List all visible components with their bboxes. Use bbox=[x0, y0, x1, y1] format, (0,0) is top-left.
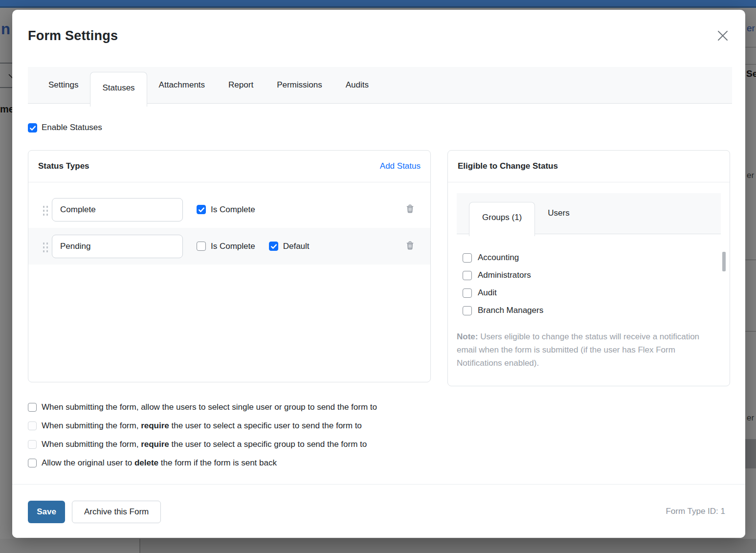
option-label: When submitting the form, require the us… bbox=[42, 440, 367, 449]
eligible-header: Eligible to Change Status bbox=[448, 151, 730, 182]
group-checkbox[interactable] bbox=[463, 306, 472, 315]
group-list-scrollbar[interactable] bbox=[722, 252, 726, 271]
modal-footer: Save Archive this Form Form Type ID: 1 bbox=[12, 484, 745, 538]
group-checkbox[interactable] bbox=[463, 288, 472, 298]
group-checkbox[interactable] bbox=[463, 271, 472, 280]
is-complete-checkbox[interactable] bbox=[197, 242, 206, 251]
group-item[interactable]: Audit bbox=[463, 284, 721, 302]
status-types-panel: Status Types Add Status Is Complete bbox=[28, 150, 431, 382]
tab-attachments[interactable]: Attachments bbox=[147, 66, 217, 103]
eligible-note-text: Users eligible to change the status will… bbox=[457, 332, 699, 368]
enable-statuses-checkbox[interactable] bbox=[28, 123, 37, 133]
tab-users[interactable]: Users bbox=[535, 193, 582, 234]
option-row[interactable]: When submitting the form, require the us… bbox=[28, 417, 377, 435]
group-label: Audit bbox=[478, 288, 497, 298]
modal-tab-bar: Settings Statuses Attachments Report Per… bbox=[28, 67, 732, 104]
eligible-note-bold: Note: bbox=[457, 332, 478, 341]
option-checkbox[interactable] bbox=[28, 421, 37, 430]
option-row[interactable]: Allow the original user to delete the fo… bbox=[28, 454, 377, 472]
drag-handle-icon[interactable] bbox=[42, 204, 48, 216]
default-label: Default bbox=[283, 242, 310, 251]
group-item[interactable]: Accounting bbox=[463, 249, 721, 266]
add-status-link[interactable]: Add Status bbox=[380, 161, 421, 171]
group-checkbox[interactable] bbox=[463, 253, 472, 263]
trash-icon bbox=[405, 204, 415, 214]
trash-icon bbox=[405, 241, 415, 250]
tab-groups[interactable]: Groups (1) bbox=[469, 202, 535, 236]
tab-report[interactable]: Report bbox=[217, 66, 265, 103]
group-item[interactable]: Administrators bbox=[463, 266, 721, 284]
option-checkbox[interactable] bbox=[28, 403, 37, 412]
tab-settings[interactable]: Settings bbox=[37, 66, 90, 103]
save-button[interactable]: Save bbox=[28, 501, 65, 523]
option-label: When submitting the form, require the us… bbox=[42, 421, 362, 431]
option-checkbox[interactable] bbox=[28, 440, 37, 449]
status-name-input[interactable] bbox=[52, 235, 183, 258]
group-item[interactable]: Branch Managers bbox=[463, 302, 721, 319]
option-label: When submitting the form, allow the user… bbox=[42, 402, 377, 412]
eligible-title: Eligible to Change Status bbox=[458, 161, 558, 171]
delete-status-button[interactable] bbox=[404, 203, 416, 216]
tab-audits[interactable]: Audits bbox=[334, 66, 380, 103]
form-settings-modal: Form Settings Settings Statuses Attachme… bbox=[12, 10, 745, 538]
delete-status-button[interactable] bbox=[404, 240, 416, 253]
default-checkbox[interactable] bbox=[269, 242, 278, 251]
panels-row: Status Types Add Status Is Complete bbox=[28, 150, 730, 386]
group-label: Branch Managers bbox=[478, 306, 543, 315]
submit-options: When submitting the form, allow the user… bbox=[28, 398, 377, 472]
is-complete-checkbox[interactable] bbox=[197, 205, 206, 214]
group-list: Accounting Administrators Audit Branch M… bbox=[457, 249, 721, 319]
enable-statuses-label: Enable Statuses bbox=[42, 123, 102, 133]
group-label: Accounting bbox=[478, 253, 519, 263]
option-label: Allow the original user to delete the fo… bbox=[42, 458, 277, 468]
group-label: Administrators bbox=[478, 270, 531, 280]
archive-form-button[interactable]: Archive this Form bbox=[72, 501, 161, 523]
eligible-note: Note: Users eligible to change the statu… bbox=[457, 330, 721, 370]
status-types-title: Status Types bbox=[38, 161, 89, 171]
status-name-input[interactable] bbox=[52, 198, 183, 221]
eligible-panel: Eligible to Change Status Groups (1) Use… bbox=[447, 150, 730, 386]
tab-permissions[interactable]: Permissions bbox=[265, 66, 334, 103]
option-checkbox[interactable] bbox=[28, 459, 37, 467]
app-top-bar bbox=[0, 0, 756, 8]
option-row[interactable]: When submitting the form, require the us… bbox=[28, 435, 377, 454]
enable-statuses-row: Enable Statuses bbox=[28, 123, 102, 133]
drag-handle-icon[interactable] bbox=[42, 241, 48, 252]
option-row[interactable]: When submitting the form, allow the user… bbox=[28, 398, 377, 417]
status-types-header: Status Types Add Status bbox=[28, 151, 430, 182]
is-complete-label: Is Complete bbox=[211, 242, 255, 251]
status-row: Is Complete Default bbox=[28, 228, 430, 265]
modal-title: Form Settings bbox=[28, 28, 118, 44]
tab-statuses[interactable]: Statuses bbox=[90, 72, 147, 107]
close-icon[interactable] bbox=[716, 29, 730, 43]
is-complete-label: Is Complete bbox=[211, 205, 255, 215]
status-row: Is Complete bbox=[28, 191, 430, 228]
eligible-tab-bar: Groups (1) Users bbox=[457, 193, 721, 234]
form-type-id: Form Type ID: 1 bbox=[666, 507, 725, 516]
